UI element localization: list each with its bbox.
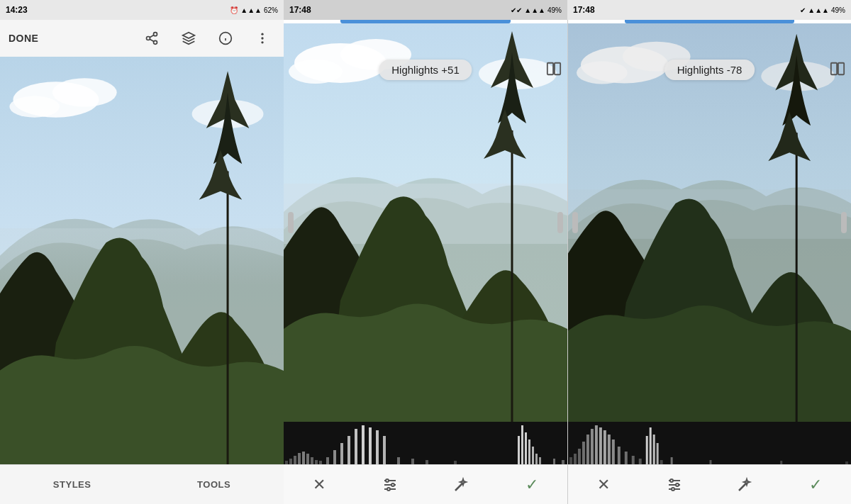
svg-rect-92: [660, 460, 663, 464]
status-bar-right: 17:48 ✔ ▲▲▲ 49%: [567, 0, 851, 20]
svg-rect-79: [578, 449, 581, 464]
svg-rect-50: [454, 461, 457, 464]
confirm-button-mid[interactable]: ✓: [519, 472, 545, 498]
svg-rect-41: [347, 436, 350, 464]
info-icon[interactable]: [213, 26, 238, 51]
svg-rect-80: [582, 442, 585, 464]
svg-rect-57: [539, 457, 541, 464]
mid-panel: Highlights +51: [284, 20, 567, 504]
status-bars: 14:23 ⏰ ▲▲▲ 62% 17:48 ✔✔ ▲▲▲ 49% 17:48 ✔…: [0, 0, 851, 20]
svg-rect-81: [586, 435, 589, 464]
svg-point-11: [261, 41, 263, 43]
tab-styles[interactable]: STYLES: [53, 479, 91, 490]
svg-rect-51: [518, 436, 520, 464]
svg-rect-49: [425, 460, 428, 464]
svg-rect-43: [362, 425, 365, 464]
svg-marker-5: [183, 33, 195, 38]
svg-rect-31: [294, 456, 296, 464]
svg-rect-30: [289, 459, 292, 464]
highlights-badge-mid: Highlights +51: [379, 60, 472, 80]
scroll-right-mid: [557, 212, 563, 233]
svg-point-63: [386, 479, 389, 482]
confirm-button-right[interactable]: ✓: [803, 472, 828, 498]
scroll-left-mid: [288, 212, 294, 233]
svg-rect-88: [618, 447, 621, 464]
main-content: DONE: [0, 20, 851, 504]
magic-icon-right[interactable]: [732, 472, 757, 498]
svg-rect-98: [710, 460, 712, 464]
status-bar-mid: 17:48 ✔✔ ▲▲▲ 49%: [284, 0, 567, 20]
svg-point-0: [154, 33, 157, 36]
svg-rect-56: [535, 454, 538, 464]
layers-icon[interactable]: [176, 26, 201, 51]
svg-rect-68: [838, 63, 844, 75]
svg-point-15: [9, 96, 60, 117]
svg-point-14: [52, 78, 117, 106]
svg-point-9: [261, 33, 263, 35]
svg-rect-86: [608, 435, 611, 464]
svg-rect-45: [376, 430, 379, 464]
svg-rect-55: [532, 447, 534, 464]
signal-icon: ▲▲▲: [240, 6, 262, 14]
svg-rect-39: [333, 450, 336, 464]
svg-rect-89: [625, 452, 628, 464]
svg-rect-36: [315, 460, 318, 464]
status-bar-left: 14:23 ⏰ ▲▲▲ 62%: [0, 0, 284, 20]
svg-rect-37: [319, 461, 322, 464]
left-image-area: [0, 57, 284, 464]
cancel-button-right[interactable]: ✕: [591, 472, 616, 498]
histogram-mid: [284, 422, 567, 464]
adjust-icon-right[interactable]: [662, 472, 687, 498]
svg-line-3: [150, 39, 154, 41]
svg-rect-52: [521, 425, 523, 464]
tab-tools[interactable]: TOOLS: [197, 479, 230, 490]
svg-rect-46: [383, 436, 386, 464]
svg-point-72: [577, 62, 628, 84]
cancel-button-mid[interactable]: ✕: [306, 472, 332, 498]
battery-icon-right: 49%: [831, 6, 845, 14]
time-left: 14:23: [6, 5, 28, 15]
svg-point-106: [672, 488, 674, 491]
done-button[interactable]: DONE: [9, 30, 38, 47]
mid-image-area: [284, 23, 567, 422]
right-image-area: [568, 23, 851, 422]
svg-rect-59: [562, 460, 564, 464]
svg-line-66: [455, 483, 462, 491]
svg-rect-77: [569, 457, 572, 464]
left-bottom-bar: STYLES TOOLS: [0, 464, 284, 504]
battery-icon: 62%: [264, 6, 278, 14]
svg-rect-91: [639, 459, 642, 464]
magic-icon-mid[interactable]: [448, 472, 474, 498]
svg-rect-42: [355, 429, 357, 464]
svg-rect-87: [612, 439, 615, 464]
svg-rect-83: [595, 425, 598, 464]
adjust-icon-mid[interactable]: [377, 472, 403, 498]
battery-icon-mid: 49%: [547, 6, 562, 14]
scroll-right-right: [841, 212, 847, 233]
svg-point-24: [289, 60, 343, 84]
svg-rect-20: [555, 63, 560, 75]
svg-rect-29: [285, 461, 288, 464]
svg-rect-38: [326, 457, 329, 464]
more-icon[interactable]: [250, 26, 275, 51]
svg-rect-32: [298, 453, 301, 464]
svg-point-1: [147, 37, 150, 40]
highlights-badge-right: Highlights -78: [664, 60, 755, 80]
svg-rect-96: [657, 443, 659, 464]
left-toolbar: DONE: [0, 20, 284, 57]
svg-rect-33: [302, 452, 305, 464]
status-icons-mid: ✔✔ ▲▲▲ 49%: [511, 6, 562, 14]
share-icon[interactable]: [139, 26, 165, 51]
svg-point-104: [670, 479, 673, 482]
compare-icon-mid[interactable]: [546, 61, 562, 80]
time-mid: 17:48: [289, 5, 311, 15]
histogram-right: [568, 422, 851, 464]
svg-rect-94: [650, 427, 652, 464]
svg-point-2: [154, 40, 157, 44]
check-icon-right: ✔: [800, 6, 806, 14]
svg-rect-44: [369, 427, 372, 464]
svg-point-64: [391, 483, 394, 486]
svg-rect-47: [397, 457, 400, 464]
compare-icon-right[interactable]: [830, 61, 845, 80]
svg-point-105: [676, 483, 679, 486]
